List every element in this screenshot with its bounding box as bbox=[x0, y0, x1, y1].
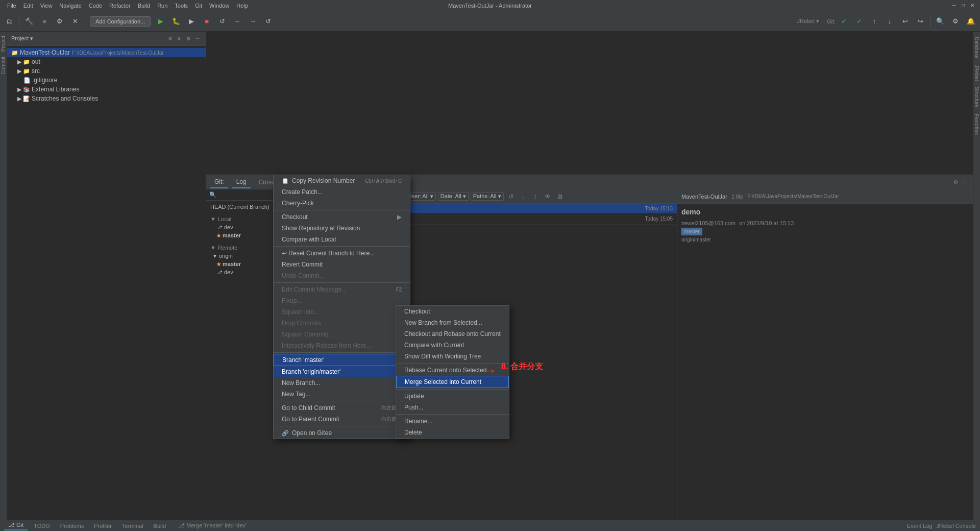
sub-checkout-rebase[interactable]: Checkout and Rebase onto Current bbox=[396, 328, 509, 340]
tree-gitignore[interactable]: 📄 .gitignore bbox=[7, 76, 206, 85]
structure-tool-icon[interactable]: Structure bbox=[973, 84, 980, 111]
git-check[interactable]: ✓ bbox=[837, 14, 851, 29]
ctx-reset-branch[interactable]: ↩ Reset Current Branch to Here... bbox=[274, 248, 410, 259]
ctx-checkout[interactable]: Checkout ▶ bbox=[274, 211, 410, 223]
menu-code[interactable]: Code bbox=[86, 2, 105, 10]
run-btn2[interactable]: ▶ bbox=[184, 14, 199, 29]
status-tab-problems[interactable]: Problems bbox=[56, 522, 88, 530]
menu-git[interactable]: Git bbox=[192, 2, 205, 10]
run-btn[interactable]: ▶ bbox=[154, 14, 168, 29]
ctx-branch-master[interactable]: Branch 'master' ▶ bbox=[274, 354, 410, 366]
panel-minimize[interactable]: ─ bbox=[193, 35, 202, 43]
structure-btn[interactable]: ≡ bbox=[37, 14, 52, 29]
sub-compare-current[interactable]: Compare with Current bbox=[396, 340, 509, 351]
status-tab-terminal[interactable]: Terminal bbox=[118, 522, 148, 530]
menu-file[interactable]: File bbox=[4, 2, 19, 10]
ctx-compare-local[interactable]: Compare with Local bbox=[274, 234, 410, 245]
ctx-open-gitee[interactable]: 🔗Open on Gitee bbox=[274, 427, 410, 439]
log-eye-btn[interactable]: 👁 bbox=[543, 191, 553, 202]
tree-out[interactable]: ▶ 📁 out bbox=[7, 57, 206, 66]
add-config-button[interactable]: Add Configuration... bbox=[90, 16, 151, 27]
debug-btn[interactable]: 🐛 bbox=[169, 14, 183, 29]
database-tool-icon[interactable]: Database bbox=[973, 34, 980, 62]
tree-ext-libs[interactable]: ▶ 📚 External Libraries bbox=[7, 85, 206, 94]
menu-help[interactable]: Help bbox=[233, 2, 251, 10]
git-redo[interactable]: ↪ bbox=[913, 14, 927, 29]
notifications-btn[interactable]: 🔔 bbox=[964, 14, 978, 29]
panel-gear[interactable]: ⚙ bbox=[166, 35, 174, 43]
jrebel-tool-icon[interactable]: JRebel bbox=[973, 62, 980, 84]
log-filter-btn[interactable]: ⊞ bbox=[555, 191, 565, 202]
git-minimize-icon[interactable]: ─ bbox=[961, 178, 969, 186]
ctx-new-branch[interactable]: New Branch... bbox=[274, 377, 410, 389]
favorites-tool-icon[interactable]: Favorites bbox=[973, 111, 980, 138]
root-label: MavenTest-OutJar bbox=[20, 49, 70, 56]
tree-scratches[interactable]: ▶ 📝 Scratches and Consoles bbox=[7, 94, 206, 103]
menu-view[interactable]: View bbox=[37, 2, 56, 10]
panel-layout[interactable]: ≡ bbox=[175, 35, 183, 43]
ctx-cherry-pick[interactable]: Cherry-Pick bbox=[274, 198, 410, 209]
menu-navigate[interactable]: Navigate bbox=[56, 2, 84, 10]
ctx-goto-parent[interactable]: Go to Parent Commit 向右箭头 bbox=[274, 414, 410, 425]
settings-btn2[interactable]: ⚙ bbox=[948, 14, 963, 29]
event-log-item[interactable]: Event Log bbox=[907, 523, 933, 529]
branch-badge-master: master bbox=[681, 228, 702, 235]
sub-show-diff[interactable]: Show Diff with Working Tree bbox=[396, 351, 509, 362]
search-btn[interactable]: 🔍 bbox=[933, 14, 947, 29]
menu-refactor[interactable]: Refactor bbox=[106, 2, 134, 10]
log-collapse-btn[interactable]: ↕ bbox=[530, 191, 541, 202]
sub-new-branch-selected[interactable]: New Branch from Selected... bbox=[396, 317, 509, 328]
build-btn[interactable]: 🔨 bbox=[22, 14, 36, 29]
settings-btn[interactable]: ⚙ bbox=[53, 14, 67, 29]
git-push[interactable]: ↑ bbox=[867, 14, 881, 29]
date-filter[interactable]: Date: All ▾ bbox=[438, 192, 469, 201]
sub-rename[interactable]: Rename... bbox=[396, 416, 509, 427]
git-check2[interactable]: ✓ bbox=[852, 14, 866, 29]
menu-edit[interactable]: Edit bbox=[20, 2, 36, 10]
close-btn[interactable]: ✕ bbox=[68, 14, 82, 29]
status-tab-build[interactable]: Build bbox=[150, 522, 170, 530]
log-fetch-btn[interactable]: ↓ bbox=[518, 191, 528, 202]
ctx-copy-revision[interactable]: 📋Copy Revision Number Ctrl+Alt+Shift+C bbox=[274, 175, 410, 186]
tab-git[interactable]: Git: bbox=[210, 176, 228, 188]
forward-btn[interactable]: → bbox=[246, 14, 260, 29]
git-pull[interactable]: ↓ bbox=[883, 14, 897, 29]
maximize-button[interactable]: □ bbox=[960, 2, 967, 9]
status-tab-profiler[interactable]: Profiler bbox=[90, 522, 116, 530]
reload2-btn[interactable]: ↺ bbox=[261, 14, 275, 29]
jrebel-console-item[interactable]: JRebel Console bbox=[936, 523, 976, 529]
sub-update[interactable]: Update bbox=[396, 391, 509, 402]
tree-root[interactable]: 📁 MavenTest-OutJar F:\IDEA\JavaProjects\… bbox=[7, 48, 206, 57]
menu-tools[interactable]: Tools bbox=[172, 2, 191, 10]
ctx-branch-origin-master[interactable]: Branch 'origin/master' ▶ bbox=[274, 366, 410, 377]
path-filter[interactable]: Paths: All ▾ bbox=[471, 192, 504, 201]
minimize-button[interactable]: ─ bbox=[950, 2, 958, 9]
close-button[interactable]: ✕ bbox=[969, 2, 976, 9]
sub-delete[interactable]: Delete bbox=[396, 427, 509, 438]
stop-btn[interactable]: ■ bbox=[200, 14, 214, 29]
back-btn[interactable]: ← bbox=[230, 14, 244, 29]
tab-log[interactable]: Log bbox=[232, 176, 251, 188]
menu-run[interactable]: Run bbox=[154, 2, 170, 10]
tree-src[interactable]: ▶ 📁 src bbox=[7, 66, 206, 76]
project-icon[interactable]: 🗂 bbox=[2, 14, 16, 29]
ctx-goto-child[interactable]: Go to Child Commit 向左箭头 bbox=[274, 402, 410, 414]
commit-tool-icon[interactable]: Commit bbox=[0, 55, 7, 76]
menu-build[interactable]: Build bbox=[135, 2, 153, 10]
menu-window[interactable]: Window bbox=[206, 2, 232, 10]
log-refresh-btn2[interactable]: ↺ bbox=[506, 191, 516, 202]
ctx-new-tag[interactable]: New Tag... bbox=[274, 389, 410, 400]
sub-push[interactable]: Push... bbox=[396, 402, 509, 413]
status-tab-git[interactable]: ⎇ Git bbox=[4, 521, 28, 530]
ctx-show-repo[interactable]: Show Repository at Revision bbox=[274, 223, 410, 234]
git-undo[interactable]: ↩ bbox=[898, 14, 912, 29]
panel-settings[interactable]: ⚙ bbox=[184, 35, 192, 43]
sep2 bbox=[274, 246, 410, 247]
ctx-revert-commit[interactable]: Revert Commit bbox=[274, 259, 410, 270]
project-tool-icon[interactable]: Project bbox=[0, 34, 7, 54]
reload-btn[interactable]: ↺ bbox=[215, 14, 229, 29]
git-settings-icon[interactable]: ⚙ bbox=[951, 178, 960, 186]
sub-checkout[interactable]: Checkout bbox=[396, 306, 509, 317]
ctx-create-patch[interactable]: Create Patch... bbox=[274, 186, 410, 198]
status-tab-todo[interactable]: TODO bbox=[30, 522, 54, 530]
